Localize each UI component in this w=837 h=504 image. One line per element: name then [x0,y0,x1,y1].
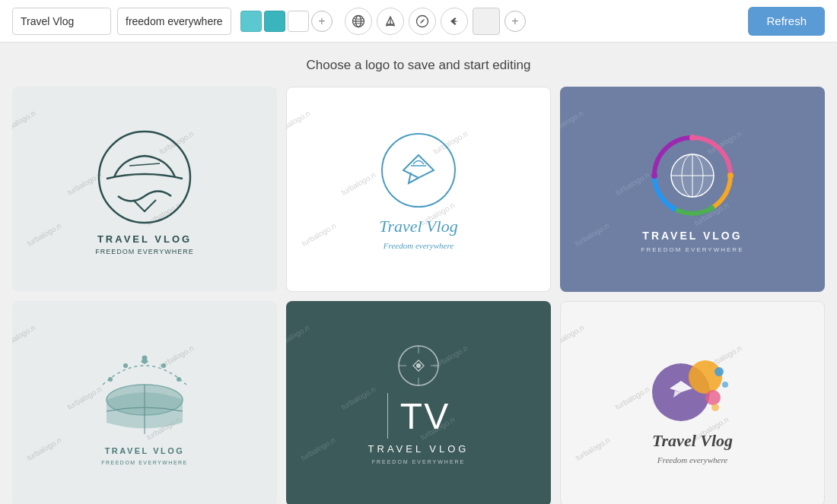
svg-point-29 [416,363,421,368]
logo6-inner: Travel Vlog Freedom everywhere [628,328,757,480]
svg-point-14 [651,173,657,179]
logo2-icon [377,128,460,212]
logo4-brand: TRAVEL VLOG [105,446,185,455]
svg-point-20 [108,377,113,382]
svg-point-39 [711,404,719,411]
main-content: Choose a logo to save and start editing … [0,43,837,504]
top-bar: + [0,0,837,43]
svg-line-7 [129,163,160,166]
logo5-inner: TV TRAVEL VLOG FREEDOM EVERYWHERE [353,328,485,480]
logo5-slogan: FREEDOM EVERYWHERE [372,459,466,464]
logo5-icon [396,343,441,388]
svg-point-13 [670,205,676,211]
logo4-inner: TRAVEL VLOG FREEDOM EVERYWHERE [76,328,213,480]
logo-card-4[interactable]: turbalogo.n turbalogo.n turbalogo.n turb… [12,301,277,504]
logo5-tv-letters: TV [400,395,450,437]
svg-point-5 [422,21,423,22]
svg-point-8 [382,134,455,207]
svg-point-37 [714,367,724,376]
logo-card-6[interactable]: turbalogo.n turbalogo.n turbalogo.n turb… [560,301,825,504]
add-color-button[interactable]: + [311,11,333,32]
tv-divider-row: TV [387,393,450,439]
logo2-inner: Travel Vlog Freedom everywhere [361,113,476,265]
swatch-teal1[interactable] [240,11,262,32]
svg-point-38 [722,382,728,388]
color-picker-icon[interactable] [473,8,500,35]
sailboat-icon[interactable] [377,8,404,35]
svg-point-21 [123,363,128,368]
logo1-inner: TRAVEL VLOG freedom everywhere [76,109,213,271]
svg-point-24 [177,377,181,382]
airplane-icon[interactable] [441,8,468,35]
logo6-slogan: Freedom everywhere [657,455,727,464]
svg-point-11 [727,173,734,179]
svg-point-35 [689,360,722,394]
logo-card-5[interactable]: turbalogo.n turbalogo.n turbalogo.n turb… [286,301,551,504]
add-icon-button[interactable]: + [504,11,526,32]
logo3-slogan: FREEDOM EVERYWHERE [641,246,744,253]
logo2-slogan: Freedom everywhere [383,241,454,250]
tv-divider-line [387,393,388,439]
compass-icon[interactable] [409,8,436,35]
logo-grid: turbalogo.n turbalogo.n turbalogo.n turb… [12,87,825,504]
logo6-brand: Travel Vlog [652,431,733,451]
swatch-teal2[interactable] [264,11,285,32]
svg-point-12 [708,205,714,211]
logo-card-3[interactable]: turbalogo.n turbalogo.n turbalogo.n turb… [560,87,825,292]
brand-input[interactable] [12,8,111,35]
logo4-icon [91,343,198,442]
logo-card-2[interactable]: turbalogo.n turbalogo.n turbalogo.n turb… [286,87,551,292]
color-swatches: + [240,11,333,32]
logo3-icon [643,126,742,225]
svg-point-36 [705,390,721,405]
swatch-white[interactable] [288,11,309,32]
svg-point-22 [142,355,148,360]
svg-point-23 [161,363,166,368]
logo1-brand: TRAVEL VLOG [97,233,192,245]
page-prompt: Choose a logo to save and start editing [12,58,825,73]
logo1-slogan: freedom everywhere [95,248,193,255]
icon-group: + [345,8,526,35]
logo2-brand: Travel Vlog [379,217,457,236]
slogan-input[interactable] [117,8,231,35]
svg-point-10 [689,135,695,141]
logo5-brand: TRAVEL VLOG [368,443,469,455]
logo3-inner: TRAVEL VLOG FREEDOM EVERYWHERE [626,111,759,268]
logo4-slogan: FREEDOM EVERYWHERE [101,460,188,465]
refresh-button[interactable]: Refresh [748,7,825,36]
logo-card-1[interactable]: turbalogo.n turbalogo.n turbalogo.n turb… [12,87,277,292]
globe-icon[interactable] [345,8,372,35]
logo3-brand: TRAVEL VLOG [642,230,742,242]
logo1-icon [91,124,198,230]
logo6-icon [643,343,742,426]
